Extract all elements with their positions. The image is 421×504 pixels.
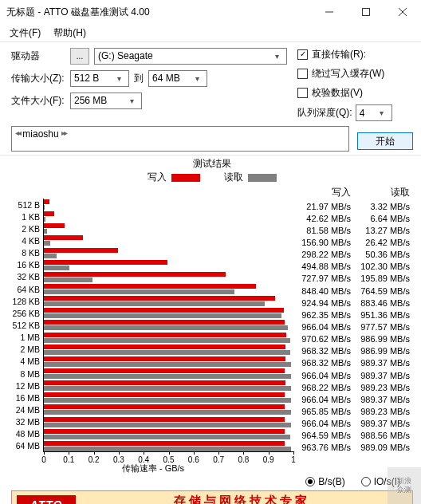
chevron-down-icon: ▾ <box>270 52 283 61</box>
bar-read <box>44 217 45 222</box>
queue-depth-label: 队列深度(Q): <box>297 106 352 120</box>
bar-read <box>44 435 290 439</box>
bar-write <box>44 199 49 204</box>
chart-ylabel: 2 KB <box>11 224 40 234</box>
value-row: 494.88 MB/s102.30 MB/s <box>295 261 413 273</box>
chart-ylabel: 12 MB <box>11 381 40 391</box>
bar-read <box>44 205 45 210</box>
radio-icon <box>305 477 315 486</box>
value-row: 924.94 MB/s883.46 MB/s <box>295 297 413 309</box>
direct-io-checkbox[interactable]: 直接传输(R): <box>297 47 413 61</box>
verify-label: 校验数据(V) <box>312 86 363 100</box>
controls-panel: 驱动器 ... (G:) Seagate ▾ 传输大小(Z): 512 B ▾ … <box>0 42 421 124</box>
bar-read <box>44 374 291 379</box>
bar-write <box>44 380 285 385</box>
chart-ylabel: 2 MB <box>11 345 40 354</box>
chart-ylabel: 4 KB <box>11 236 40 246</box>
bar-read <box>44 241 50 246</box>
arrows-icon: ◂◂ <box>15 128 20 137</box>
value-row: 965.85 MB/s989.23 MB/s <box>295 405 413 417</box>
value-row: 966.04 MB/s989.37 MB/s <box>295 369 413 381</box>
value-row: 966.04 MB/s989.37 MB/s <box>295 418 413 430</box>
bar-write <box>44 235 83 240</box>
menu-help[interactable]: 帮助(H) <box>47 25 92 41</box>
value-row: 964.59 MB/s988.56 MB/s <box>295 430 413 442</box>
drive-label: 驱动器 <box>11 49 70 63</box>
bar-read <box>44 398 291 403</box>
bar-read <box>44 423 291 427</box>
bar-write <box>44 272 226 277</box>
results-title: 测试结果 <box>11 157 413 171</box>
bar-write <box>44 392 285 397</box>
value-row: 848.40 MB/s764.59 MB/s <box>295 285 413 297</box>
value-row: 968.22 MB/s989.23 MB/s <box>295 381 413 393</box>
bar-read <box>44 278 92 282</box>
chart-ylabel: 64 MB <box>11 441 40 451</box>
minimize-button[interactable] <box>311 0 348 24</box>
chart-xlabel: 传输速率 - GB/s <box>11 463 295 474</box>
bar-read <box>44 266 69 270</box>
read-swatch <box>248 174 277 182</box>
bar-write <box>44 356 285 361</box>
chevron-down-icon: ▾ <box>125 96 138 105</box>
bypass-cache-label: 绕过写入缓存(W) <box>312 67 384 81</box>
bar-write <box>44 320 285 325</box>
maximize-button[interactable] <box>348 0 384 24</box>
menu-file[interactable]: 文件(F) <box>3 25 47 41</box>
bar-write <box>44 368 285 373</box>
description-input[interactable]: ◂◂ miaoshu ▸▸ <box>11 126 349 152</box>
chart: 00.10.20.30.40.50.60.70.80.91 传输速率 - GB/… <box>11 186 295 474</box>
results-panel: 测试结果 写入 读取 00.10.20.30.40.50.60.70.80.91… <box>0 157 421 490</box>
value-row: 970.62 MB/s986.99 MB/s <box>295 333 413 345</box>
description-row: ◂◂ miaoshu ▸▸ 开始 <box>0 124 421 155</box>
bar-write <box>44 333 286 337</box>
chevron-down-icon: ▾ <box>112 74 125 83</box>
queue-depth-select[interactable]: 4 ▾ <box>356 104 392 121</box>
start-button[interactable]: 开始 <box>357 132 413 150</box>
bypass-cache-checkbox[interactable]: 绕过写入缓存(W) <box>297 66 413 81</box>
bar-write <box>44 429 285 434</box>
browse-button[interactable]: ... <box>70 48 89 65</box>
bar-write <box>44 248 118 253</box>
file-size-select[interactable]: 256 MB ▾ <box>70 93 142 109</box>
chart-ylabel: 24 MB <box>11 405 40 415</box>
value-row: 727.97 MB/s195.89 MB/s <box>295 273 413 285</box>
chart-ylabel: 16 KB <box>11 260 40 270</box>
file-size-value: 256 MB <box>74 95 125 106</box>
bar-write <box>44 417 285 422</box>
bar-read <box>44 254 57 258</box>
value-row: 968.32 MB/s989.37 MB/s <box>295 357 413 369</box>
legend-read: 读取 <box>224 171 277 184</box>
bar-read <box>44 447 291 451</box>
bar-read <box>44 338 290 343</box>
size-min-value: 512 B <box>74 73 112 84</box>
transfer-size-min-select[interactable]: 512 B ▾ <box>70 70 129 87</box>
atto-logo: ATTO <box>17 495 76 504</box>
col-read: 读取 <box>354 186 413 199</box>
size-max-value: 64 MB <box>152 73 191 84</box>
drive-select[interactable]: (G:) Seagate ▾ <box>94 48 287 65</box>
chart-ylabel: 1 MB <box>11 333 40 342</box>
drive-value: (G:) Seagate <box>98 50 270 61</box>
menu-bar: 文件(F) 帮助(H) <box>0 24 421 41</box>
description-text: miaoshu <box>22 128 58 140</box>
watermark: 新浪 众测 <box>388 467 421 504</box>
chart-legend: 写入 读取 <box>11 171 413 184</box>
transfer-size-max-select[interactable]: 64 MB ▾ <box>148 70 207 87</box>
banner-text: 存储与网络技术专家 www.atto.com <box>76 494 407 504</box>
checkbox-icon <box>297 88 308 98</box>
to-label: 到 <box>134 72 144 85</box>
close-button[interactable] <box>384 0 421 24</box>
unit-bytes-radio[interactable]: B/s(B) <box>305 476 344 487</box>
chart-ylabel: 64 KB <box>11 285 40 294</box>
value-row: 966.04 MB/s989.37 MB/s <box>295 393 413 405</box>
chart-ylabel: 48 MB <box>11 429 40 439</box>
file-size-label: 文件大小(F): <box>11 94 70 108</box>
arrows-icon: ▸▸ <box>61 128 66 137</box>
value-row: 81.58 MB/s13.27 MB/s <box>295 224 413 236</box>
checkbox-icon <box>297 49 308 60</box>
footer-banner[interactable]: ATTO 存储与网络技术专家 www.atto.com <box>11 490 413 504</box>
value-row: 968.32 MB/s986.99 MB/s <box>295 345 413 357</box>
verify-checkbox[interactable]: 校验数据(V) <box>297 85 413 100</box>
bar-read <box>44 229 47 234</box>
